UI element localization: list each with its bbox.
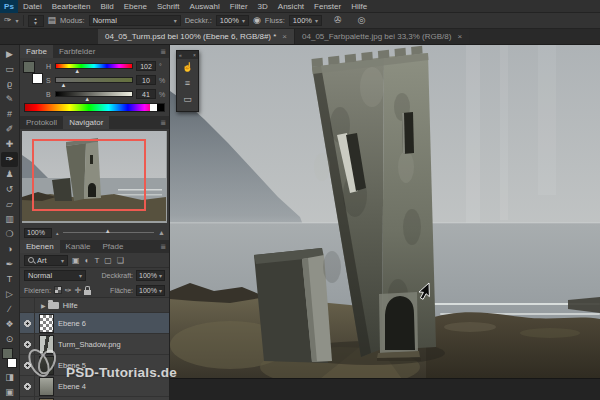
brightness-value[interactable]: 41 (136, 89, 156, 99)
brightness-slider[interactable]: ▲ (55, 91, 133, 97)
panel-color-swatches[interactable] (23, 60, 43, 86)
ebene6-visibility-cell[interactable] (20, 313, 35, 333)
tool-preset-chevron-icon[interactable]: ▾ (16, 17, 19, 24)
brush-tool-icon[interactable]: ✑ (4, 16, 12, 25)
navigator-view-box[interactable] (32, 139, 146, 211)
eyedropper-tool[interactable]: ✐ (1, 122, 18, 137)
turmshadow-visibility-cell[interactable] (20, 334, 35, 354)
lock-position-icon[interactable]: ✛ (75, 286, 82, 295)
ebene5-visibility-cell[interactable] (20, 355, 35, 375)
floating-tool-panel[interactable]: « × ☝ ≡ ▭ (176, 50, 199, 112)
airbrush-icon[interactable]: ✇ (334, 16, 342, 25)
zoom-tool[interactable]: ⊙ (1, 331, 18, 346)
color-swatches[interactable] (1, 348, 18, 368)
filter-smart-object-icon[interactable]: ❏ (116, 256, 125, 265)
tab-farbfelder[interactable]: Farbfelder (53, 45, 101, 58)
brush-tool[interactable]: ✑ (1, 152, 18, 167)
tab-ebenen[interactable]: Ebenen (20, 240, 60, 253)
navigator-panel-menu-icon[interactable]: ≣ (157, 116, 169, 129)
menu-3d[interactable]: 3D (253, 2, 273, 11)
layer-group-hilfe[interactable]: ▶ Hilfe (20, 298, 169, 313)
opacity-dropdown[interactable]: 100% ▾ (216, 15, 249, 26)
zoom-out-mountain-icon[interactable]: ▴ (56, 230, 59, 236)
layer-row-ebene6[interactable]: Ebene 6 (20, 313, 169, 334)
tab-turm-psd[interactable]: 04_05_Turm.psd bei 100% (Ebene 6, RGB/8#… (98, 29, 294, 44)
hue-slider[interactable]: ▲ (55, 63, 133, 69)
group-expander-icon[interactable]: ▶ (41, 302, 46, 309)
layer-thumbnail[interactable] (39, 377, 54, 396)
saturation-value[interactable]: 10 (136, 75, 156, 85)
navigator-zoom-slider-thumb[interactable]: ▲ (105, 228, 111, 234)
zoom-in-mountain-icon[interactable]: ▲ (158, 229, 165, 236)
menu-bild[interactable]: Bild (95, 2, 118, 11)
tab-pfade[interactable]: Pfade (97, 240, 130, 253)
brush-preset-picker[interactable]: • ▾ (28, 15, 44, 27)
ebene4-visibility-cell[interactable] (20, 376, 35, 396)
layer-row-ebene4[interactable]: Ebene 4 (20, 376, 169, 397)
eye-icon[interactable] (23, 319, 32, 328)
pen-tool[interactable]: ✒ (1, 256, 18, 271)
background-color-swatch[interactable] (7, 358, 17, 368)
eye-icon[interactable] (23, 382, 32, 391)
filter-shape-layers-icon[interactable]: ▢ (103, 256, 113, 265)
gradient-tool[interactable]: ▥ (1, 211, 18, 226)
rectangular-marquee-tool[interactable]: ▭ (1, 62, 18, 77)
hand-tool[interactable]: ❖ (1, 316, 18, 331)
menu-auswahl[interactable]: Auswahl (185, 2, 225, 11)
type-tool[interactable]: T (1, 271, 18, 286)
filter-pixel-layers-icon[interactable]: ▣ (71, 256, 81, 265)
filter-adjustment-layers-icon[interactable]: ◐ (84, 256, 91, 265)
tab-farbpalette-jpg[interactable]: 04_05_Farbpalette.jpg bei 33,3% (RGB/8) … (294, 29, 469, 44)
floating-panel-header[interactable]: « × (177, 51, 198, 59)
path-selection-tool[interactable]: ▷ (1, 286, 18, 301)
eraser-tool[interactable]: ▱ (1, 197, 18, 212)
layer-row-ebene5[interactable]: Ebene 5 (20, 355, 169, 376)
quick-mask-button[interactable]: ◨ (1, 370, 18, 385)
toggle-brush-panel-icon[interactable]: ▤ (48, 16, 57, 25)
sliders-icon[interactable]: ≡ (177, 75, 198, 91)
saturation-slider[interactable]: ▲ (55, 77, 133, 83)
layer-blend-mode-dropdown[interactable]: Normal ▾ (24, 270, 86, 281)
hue-value[interactable]: 102 (136, 61, 156, 71)
lock-paint-icon[interactable]: ✑ (65, 286, 72, 295)
tab-turm-close-icon[interactable]: × (282, 32, 287, 41)
history-brush-tool[interactable]: ↺ (1, 182, 18, 197)
lock-transparency-icon[interactable] (54, 286, 62, 294)
brightness-slider-thumb[interactable]: ▲ (84, 96, 90, 102)
panel-foreground-swatch[interactable] (23, 61, 35, 73)
layer-thumbnail[interactable] (39, 314, 54, 333)
blend-mode-dropdown[interactable]: Normal ▾ (89, 15, 181, 26)
menu-bearbeiten[interactable]: Bearbeiten (47, 2, 96, 11)
ramp-black-swatch[interactable] (157, 104, 164, 111)
layer-thumbnail[interactable] (39, 356, 54, 375)
layer-thumbnail[interactable] (39, 335, 54, 354)
monitor-icon[interactable]: ▭ (177, 91, 198, 107)
navigator-zoom-slider[interactable]: ▲ (63, 232, 155, 233)
saturation-slider-thumb[interactable]: ▲ (61, 82, 67, 88)
navigator-thumbnail[interactable] (22, 131, 167, 223)
tab-kanaele[interactable]: Kanäle (60, 240, 97, 253)
move-tool[interactable]: ▶ (1, 47, 18, 62)
screen-mode-button[interactable]: ▣ (1, 385, 18, 400)
clone-stamp-tool[interactable]: ♟ (1, 167, 18, 182)
canvas-area[interactable]: « × ☝ ≡ ▭ (170, 45, 600, 400)
pressure-size-icon[interactable]: ◎ (358, 16, 366, 25)
tab-protokoll[interactable]: Protokoll (20, 116, 63, 129)
tab-farbpalette-close-icon[interactable]: × (457, 32, 462, 41)
menu-datei[interactable]: Datei (18, 2, 47, 11)
foreground-color-swatch[interactable] (2, 348, 13, 359)
close-panel-icon[interactable]: × (193, 52, 196, 58)
layer-row-turm-shadow[interactable]: Turm_Shadow.png (20, 334, 169, 355)
dodge-tool[interactable]: ◑ (1, 241, 18, 256)
hand-adjust-icon[interactable]: ☝ (177, 59, 198, 75)
flow-dropdown[interactable]: 100% ▾ (289, 15, 322, 26)
healing-brush-tool[interactable]: ✚ (1, 137, 18, 152)
panel-background-swatch[interactable] (32, 73, 43, 84)
color-ramp[interactable] (24, 103, 165, 112)
eye-icon[interactable] (23, 340, 32, 349)
tab-farbe[interactable]: Farbe (20, 45, 53, 58)
pressure-opacity-icon[interactable]: ◉ (253, 16, 261, 25)
crop-tool[interactable]: # (1, 107, 18, 122)
filter-type-layers-icon[interactable]: T (93, 256, 100, 265)
layer-filter-dropdown[interactable]: Art ▾ (24, 255, 68, 266)
